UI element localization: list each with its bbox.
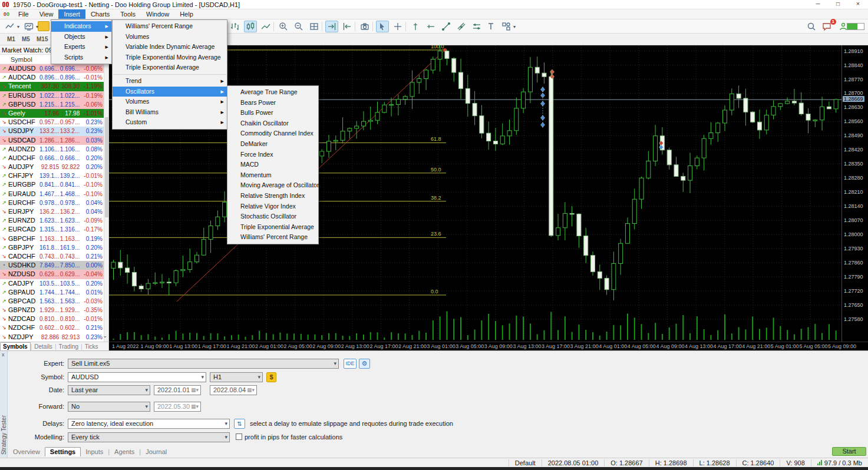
chart-shift-icon[interactable] <box>341 21 354 32</box>
expert-select[interactable]: Sell Limit.ex5▾ <box>68 359 339 369</box>
menu-item-williams-percent-range[interactable]: Williams' Percent Range <box>227 232 318 243</box>
market-watch-row-usdcad[interactable]: ↘USDCAD1.286...1.286...0.03% <box>0 136 104 145</box>
menu-item-relative-strength-index[interactable]: Relative Strength Index <box>227 191 318 201</box>
tester-tab-agents[interactable]: Agents <box>110 448 139 456</box>
search-icon[interactable] <box>805 21 818 32</box>
market-watch-row-usdhkd[interactable]: •USDHKD7.849...7.850...0.00% <box>0 261 104 270</box>
market-watch-row-tencent[interactable]: ↘Tencent307.30308.30-1.19% <box>0 82 104 91</box>
market-watch-tab-symbols[interactable]: Symbols <box>0 342 31 350</box>
chart-type-icon-caret[interactable]: ▾ <box>17 24 19 29</box>
time-axis[interactable]: 1 Aug 20221 Aug 09:001 Aug 13:001 Aug 17… <box>109 342 868 350</box>
bars-chart-icon[interactable] <box>229 21 242 32</box>
menu-item-volumes[interactable]: Volumes▶ <box>113 97 227 107</box>
market-watch-row-eurgbp[interactable]: ↗EURGBP0.841...0.841...-0.10% <box>0 180 104 189</box>
channel-icon[interactable] <box>455 21 468 32</box>
market-watch-scrollbar[interactable] <box>104 64 108 342</box>
menu-item-trend[interactable]: Trend▶ <box>113 76 227 87</box>
menu-item-demarker[interactable]: DeMarker <box>227 139 318 150</box>
menu-item-commodity-channel-index[interactable]: Commodity Channel Index <box>227 128 318 139</box>
market-watch-row-gbpaud[interactable]: ↗GBPAUD1.744...1.744...0.01% <box>0 288 104 297</box>
market-watch-row-audchf[interactable]: ↗AUDCHF0.666...0.666...0.20% <box>0 154 104 163</box>
market-watch-row-nzdchf[interactable]: ↘NZDCHF0.602...0.602...0.21% <box>0 323 104 332</box>
cursor-icon[interactable] <box>376 21 389 32</box>
notifications-icon[interactable]: 1 <box>820 21 833 32</box>
tile-windows-icon[interactable] <box>308 21 321 32</box>
deposit-currency-icon[interactable]: $ <box>266 372 276 382</box>
market-watch-row-geely[interactable]: ↘Geely17.9617.98-1.01% <box>0 109 104 118</box>
market-watch-row-nzdjpy[interactable]: ↘NZDJPY82.88682.9130.23% <box>0 333 104 342</box>
market-watch-tab-ticks[interactable]: Ticks <box>82 343 101 350</box>
new-order-icon[interactable] <box>38 21 49 31</box>
market-watch-row-eurjpy[interactable]: ↘EURJPY136.2...136.2...0.04% <box>0 207 104 216</box>
menu-item-triple-exponential-moving-average[interactable]: Triple Exponential Moving Average <box>113 52 227 63</box>
vertical-line-icon[interactable] <box>409 21 422 32</box>
market-watch-row-audjpy[interactable]: ↘AUDJPY92.81592.8220.20% <box>0 163 104 171</box>
menu-item-average-true-range[interactable]: Average True Range <box>227 87 318 98</box>
market-watch-row-usdchf[interactable]: ↘USDCHF0.957...0.957...0.23% <box>0 118 104 127</box>
symbol-select[interactable]: AUDUSD▾ <box>68 372 206 382</box>
minimize-button[interactable]: ─ <box>808 0 828 9</box>
menu-item-indicators[interactable]: Indicators▶ <box>51 21 111 32</box>
market-watch-row-gbpusd[interactable]: ↗GBPUSD1.215...1.215...-0.06% <box>0 100 104 109</box>
maximize-button[interactable]: □ <box>828 0 848 9</box>
account-status-icon[interactable] <box>837 21 850 32</box>
expert-settings-gear-icon[interactable]: ⚙ <box>359 359 370 369</box>
text-tool-icon[interactable] <box>484 21 497 32</box>
menu-item-variable-index-dynamic-average[interactable]: Variable Index Dynamic Average <box>113 42 227 52</box>
market-watch-row-cadchf[interactable]: ↘CADCHF0.743...0.743...0.21% <box>0 252 104 261</box>
tester-close-icon[interactable]: x <box>2 352 5 358</box>
menu-item-bill-williams[interactable]: Bill Williams▶ <box>113 107 227 118</box>
zoom-in-icon[interactable] <box>277 21 290 32</box>
equidistant-channel-icon[interactable] <box>470 21 483 32</box>
menu-item-triple-exponential-average[interactable]: Triple Exponential Average <box>113 62 227 73</box>
menu-item-oscillators[interactable]: Oscillators▶ <box>113 87 227 97</box>
menu-window[interactable]: Window <box>141 9 174 19</box>
menu-tools[interactable]: Tools <box>115 9 141 19</box>
menu-insert[interactable]: Insert <box>58 9 85 19</box>
menu-item-relative-vigor-index[interactable]: Relative Vigor Index <box>227 201 318 212</box>
close-button[interactable]: × <box>848 0 868 9</box>
period-select[interactable]: H1▾ <box>210 372 263 382</box>
timeframe-m5[interactable]: M5 <box>19 35 32 44</box>
market-watch-row-cadjpy[interactable]: ↗CADJPY103.5...103.5...0.20% <box>0 279 104 288</box>
market-watch-row-eurcad[interactable]: ↗EURCAD1.315...1.316...-0.17% <box>0 225 104 234</box>
menu-item-bears-power[interactable]: Bears Power <box>227 98 318 108</box>
date-from-field[interactable]: 2022.01.01▦▾ <box>154 385 201 395</box>
market-watch-row-gbpjpy[interactable]: ↗GBPJPY161.8...161.9...0.20% <box>0 243 104 252</box>
market-watch-row-gbpcad[interactable]: ↗GBPCAD1.563...1.563...-0.03% <box>0 297 104 306</box>
indicator-window-icon[interactable] <box>22 21 35 32</box>
menu-item-force-index[interactable]: Force Index <box>227 150 318 160</box>
indicator-window-icon-caret[interactable]: ▾ <box>36 24 38 29</box>
scroll-down-icon[interactable]: ⌄ <box>103 333 107 339</box>
market-watch-row-eurnzd[interactable]: ↗EURNZD1.623...1.623...-0.09% <box>0 216 104 225</box>
menu-item-scripts[interactable]: Scripts▶ <box>51 52 111 63</box>
line-chart-icon[interactable] <box>259 21 272 32</box>
timeframe-m1[interactable]: M1 <box>5 35 18 44</box>
menu-item-custom[interactable]: Custom▶ <box>113 117 227 128</box>
menu-item-williams-percent-range[interactable]: Williams' Percent Range <box>113 21 227 32</box>
market-watch-tab-trading[interactable]: Trading <box>56 343 81 350</box>
market-watch-row-chfjpy[interactable]: ↗CHFJPY139.1...139.2...-0.01% <box>0 171 104 180</box>
menu-item-macd[interactable]: MACD <box>227 160 318 170</box>
market-watch-row-euraud[interactable]: ↗EURAUD1.467...1.468...-0.10% <box>0 190 104 198</box>
menu-item-triple-exponential-average[interactable]: Triple Exponential Average <box>227 222 318 233</box>
timeframe-m15[interactable]: M15 <box>34 35 50 44</box>
chart-type-icon[interactable] <box>4 21 16 32</box>
menu-item-objects[interactable]: Objects▶ <box>51 32 111 42</box>
date-mode-select[interactable]: Last year▾ <box>68 385 150 395</box>
market-watch-row-gbpchf[interactable]: ↘GBPCHF1.163...1.163...0.19% <box>0 234 104 243</box>
candlestick-chart-icon[interactable] <box>244 21 257 32</box>
menu-item-moving-average-of-oscillator[interactable]: Moving Average of Oscillator <box>227 180 318 191</box>
market-watch-tab-details[interactable]: Details <box>32 343 55 350</box>
market-watch-row-eurchf[interactable]: ↗EURCHF0.978...0.978...0.04% <box>0 198 104 207</box>
profit-in-pips-checkbox[interactable] <box>236 433 242 440</box>
zoom-out-icon[interactable] <box>292 21 305 32</box>
market-watch-row-nzdcad[interactable]: ↘NZDCAD0.810...0.810...-0.01% <box>0 315 104 323</box>
menu-item-experts[interactable]: Experts▶ <box>51 42 111 52</box>
forward-select[interactable]: No▾ <box>68 402 150 412</box>
tester-tab-journal[interactable]: Journal <box>141 448 171 456</box>
date-to-field[interactable]: 2022.08.04▦▾ <box>210 385 257 395</box>
menu-item-bulls-power[interactable]: Bulls Power <box>227 108 318 118</box>
market-watch-row-audusd[interactable]: ↗AUDUSD0.696...0.696...-0.06% <box>0 64 104 73</box>
price-axis[interactable]: 1.289101.288401.287701.287001.286301.285… <box>841 45 868 342</box>
